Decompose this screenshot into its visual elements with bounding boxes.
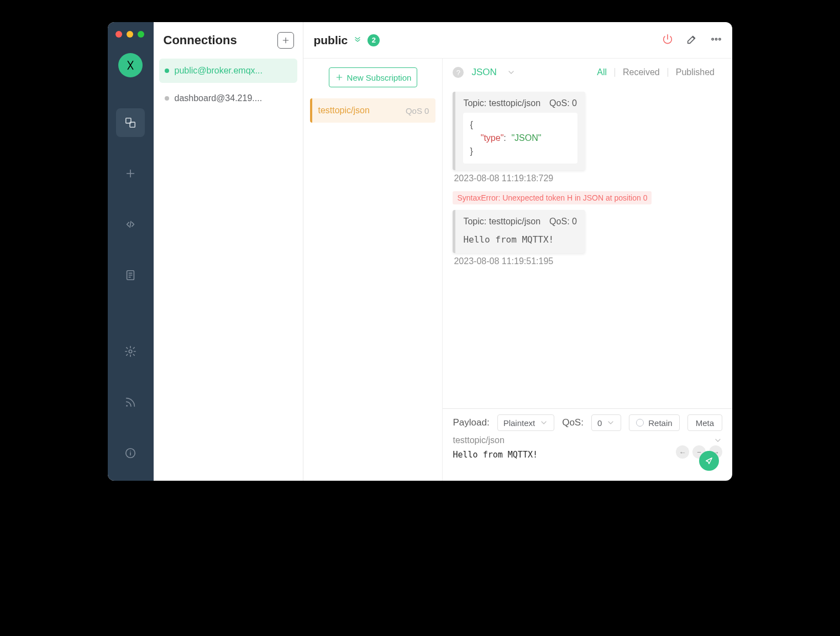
more-menu-button[interactable]	[710, 33, 722, 48]
svg-point-7	[715, 38, 717, 40]
minimize-window-button[interactable]	[127, 31, 133, 38]
main-panel: public 2 New Subscrip	[303, 22, 732, 481]
close-window-button[interactable]	[116, 31, 122, 38]
meta-button[interactable]: Meta	[687, 414, 722, 431]
connections-panel: Connections public@broker.emqx... dashbo…	[154, 22, 304, 481]
payload-label: Payload:	[453, 417, 489, 428]
filter-tab-all[interactable]: All	[589, 67, 615, 77]
composer-topic-row: testtopic/json	[453, 435, 722, 445]
status-dot-icon	[165, 69, 169, 73]
message-card: Topic: testtopic/json QoS: 0 Hello from …	[453, 210, 585, 253]
subscriptions-panel: New Subscription testtopic/json QoS 0	[303, 59, 443, 481]
new-subscription-label: New Subscription	[347, 73, 412, 82]
message-timestamp: 2023-08-08 11:19:51:195	[454, 256, 722, 266]
expand-details-icon[interactable]	[353, 35, 362, 46]
message-card: Topic: testtopic/json QoS: 0 { "type": "…	[453, 92, 585, 170]
status-dot-icon	[165, 96, 169, 101]
svg-point-6	[712, 38, 713, 40]
nav-logs-icon[interactable]	[116, 261, 145, 290]
nav-settings-icon[interactable]	[116, 337, 145, 366]
qos-label: QoS:	[562, 417, 584, 428]
messages-scroll[interactable]: Topic: testtopic/json QoS: 0 { "type": "…	[443, 86, 732, 408]
retain-toggle[interactable]: Retain	[629, 414, 679, 431]
connection-label: dashboard@34.219....	[175, 93, 262, 103]
payload-format-value: JSON	[471, 67, 496, 78]
nav-new-icon[interactable]	[116, 159, 145, 188]
subscription-qos: QoS 0	[406, 106, 429, 115]
retain-label: Retain	[648, 418, 672, 428]
add-connection-button[interactable]	[277, 32, 294, 49]
payload-format-select[interactable]: Plaintext	[497, 414, 555, 431]
history-prev-button[interactable]: ←	[676, 445, 689, 459]
window-controls	[116, 31, 144, 38]
filter-tab-published[interactable]: Published	[668, 67, 722, 77]
message-qos: QoS: 0	[549, 217, 577, 227]
message-timestamp: 2023-08-08 11:19:18:729	[454, 174, 722, 183]
send-button[interactable]	[699, 451, 719, 471]
connection-label: public@broker.emqx...	[175, 66, 262, 76]
connection-item[interactable]: dashboard@34.219....	[159, 86, 298, 111]
nav-info-icon[interactable]	[116, 439, 145, 467]
svg-point-4	[126, 405, 128, 407]
messages-toolbar: ? JSON All Received Published	[443, 59, 732, 86]
composer-topic[interactable]: testtopic/json	[453, 435, 504, 445]
nav-connections-icon[interactable]	[116, 108, 145, 137]
radio-icon	[636, 419, 644, 427]
message-qos: QoS: 0	[549, 98, 577, 108]
message-body: Hello from MQTTX!	[463, 231, 578, 246]
nav-rail	[108, 22, 154, 481]
qos-select[interactable]: 0	[591, 414, 621, 431]
connection-item[interactable]: public@broker.emqx...	[159, 59, 298, 83]
nav-feed-icon[interactable]	[116, 388, 145, 417]
subscription-topic: testtopic/json	[318, 106, 369, 115]
edit-button[interactable]	[686, 33, 698, 48]
payload-format-select[interactable]: JSON	[471, 67, 515, 78]
app-window: Connections public@broker.emqx... dashbo…	[108, 22, 732, 481]
svg-point-8	[719, 38, 721, 40]
nav-scripts-icon[interactable]	[116, 210, 145, 239]
disconnect-button[interactable]	[662, 33, 674, 48]
message-body: { "type": "JSON" }	[463, 113, 578, 164]
composer: Payload: Plaintext QoS: 0 Retain	[443, 408, 732, 481]
message-topic: Topic: testtopic/json	[463, 98, 540, 108]
maximize-window-button[interactable]	[138, 31, 144, 38]
qos-value: 0	[597, 418, 602, 428]
message-topic: Topic: testtopic/json	[463, 217, 540, 227]
chevron-down-icon[interactable]	[713, 436, 722, 445]
connections-title: Connections	[164, 33, 237, 48]
messages-panel: ? JSON All Received Published	[443, 59, 732, 481]
svg-point-3	[129, 350, 133, 353]
filter-tab-received[interactable]: Received	[615, 67, 668, 77]
message-error: SyntaxError: Unexpected token H in JSON …	[453, 191, 652, 204]
unread-badge: 2	[368, 34, 380, 46]
help-icon[interactable]: ?	[453, 67, 464, 78]
subscription-item[interactable]: testtopic/json QoS 0	[310, 98, 435, 123]
app-logo	[118, 53, 143, 77]
connection-header: public 2	[303, 22, 732, 59]
connection-name: public	[313, 34, 348, 47]
new-subscription-button[interactable]: New Subscription	[329, 67, 417, 87]
payload-format-option: Plaintext	[503, 418, 536, 428]
